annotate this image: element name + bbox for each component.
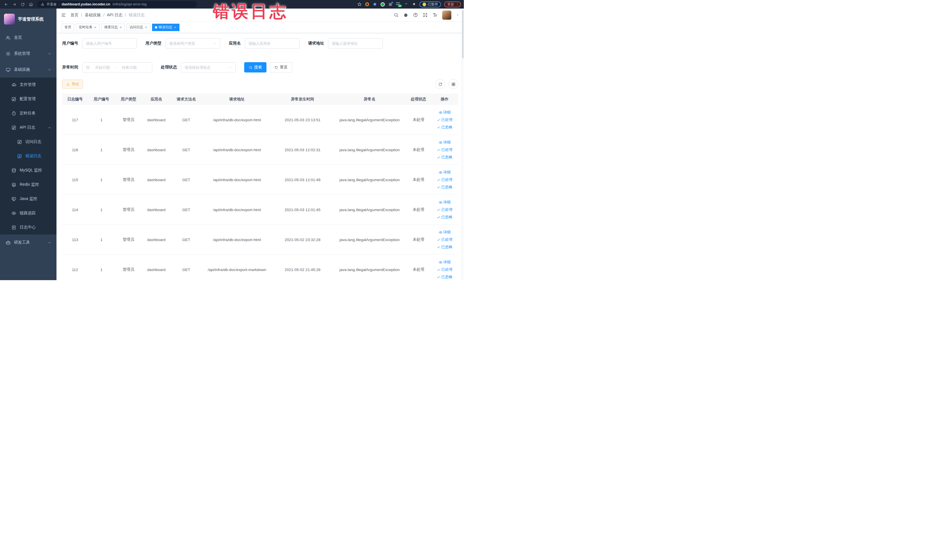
- action-processed[interactable]: 已处理: [437, 267, 452, 272]
- extension-puzzle-icon[interactable]: [412, 2, 416, 6]
- action-detail[interactable]: 详细: [439, 140, 451, 145]
- close-icon[interactable]: [174, 26, 177, 29]
- close-icon[interactable]: [145, 26, 148, 29]
- column-settings-button[interactable]: [449, 79, 458, 89]
- browser-forward-icon[interactable]: [11, 1, 17, 8]
- sidebar-item-error-log[interactable]: 错误日志: [0, 149, 56, 163]
- search-button[interactable]: 搜索: [244, 62, 266, 72]
- exception-time-range-picker[interactable]: -: [82, 62, 152, 72]
- app-logo[interactable]: 芋道管理系统: [0, 9, 56, 30]
- extension-shield-icon[interactable]: [372, 2, 377, 6]
- help-icon[interactable]: [413, 12, 418, 17]
- sidebar-item-file[interactable]: 文件管理: [0, 78, 56, 92]
- start-date-input[interactable]: [92, 65, 113, 70]
- user-type-select-field[interactable]: [169, 41, 211, 46]
- sidebar-item-mysql[interactable]: MySQL 监控: [0, 163, 56, 177]
- tab-access-log[interactable]: 访问日志: [127, 24, 150, 31]
- export-button[interactable]: 导出: [62, 79, 83, 89]
- sidebar-item-redis[interactable]: Redis 监控: [0, 177, 56, 192]
- action-detail[interactable]: 详细: [439, 110, 451, 115]
- user-id-input-field[interactable]: [86, 41, 133, 46]
- app-title: 芋道管理系统: [18, 17, 44, 22]
- extension-leaf-icon[interactable]: [404, 2, 409, 6]
- chevron-down-icon[interactable]: [456, 14, 459, 17]
- app-name-input[interactable]: [245, 38, 299, 49]
- sidebar-item-dev-tool[interactable]: 研发工具: [0, 235, 56, 250]
- sidebar-item-access-log[interactable]: 访问日志: [0, 135, 56, 149]
- request-url-input[interactable]: [328, 38, 383, 49]
- browser-reload-icon[interactable]: [20, 1, 26, 8]
- action-detail[interactable]: 详细: [439, 259, 451, 265]
- action-processed[interactable]: 已处理: [437, 207, 452, 212]
- request-url-input-field[interactable]: [332, 41, 379, 46]
- font-size-icon[interactable]: [432, 12, 437, 17]
- page-scrollbar[interactable]: [462, 9, 464, 280]
- breadcrumb-item[interactable]: 基础设施: [85, 12, 101, 18]
- scrollbar-thumb[interactable]: [462, 10, 464, 58]
- close-icon[interactable]: [94, 26, 97, 29]
- cell-log-id: 112: [62, 268, 88, 272]
- github-icon[interactable]: [403, 12, 408, 17]
- avatar[interactable]: [442, 11, 451, 20]
- extension-orange-ring-icon[interactable]: [365, 2, 369, 6]
- search-icon[interactable]: [394, 12, 398, 17]
- filter-user-type: 用户类型: [145, 38, 220, 49]
- sidebar-item-home[interactable]: 首页: [0, 30, 56, 46]
- tab-job-log[interactable]: 调度日志: [101, 24, 125, 31]
- sidebar-item-api-log[interactable]: API 日志: [0, 121, 56, 135]
- people-icon: [6, 35, 11, 40]
- view-detail-icon: [439, 111, 443, 114]
- sidebar-item-java[interactable]: Java 监控: [0, 192, 56, 206]
- check-icon: [437, 275, 441, 279]
- app-name-input-field[interactable]: [249, 41, 296, 46]
- process-status-select-field[interactable]: [185, 65, 226, 70]
- refresh-button[interactable]: [435, 79, 445, 89]
- action-detail[interactable]: 详细: [439, 170, 451, 175]
- action-detail[interactable]: 详细: [439, 230, 451, 235]
- action-ignored[interactable]: 已忽略: [437, 215, 452, 220]
- browser-menu-kebab-icon[interactable]: [456, 3, 459, 6]
- browser-back-icon[interactable]: [3, 1, 9, 8]
- profile-paused-badge[interactable]: 已暂停: [419, 2, 441, 8]
- action-ignored[interactable]: 已忽略: [437, 244, 452, 250]
- action-ignored[interactable]: 已忽略: [437, 275, 452, 279]
- fullscreen-icon[interactable]: [423, 12, 427, 17]
- sidebar-item-config[interactable]: 配置管理: [0, 92, 56, 106]
- process-status-select[interactable]: [181, 62, 236, 72]
- extension-grid-icon[interactable]: [388, 2, 392, 6]
- sidebar-item-infra[interactable]: 基础设施: [0, 62, 56, 78]
- sidebar-item-job[interactable]: 定时任务: [0, 106, 56, 121]
- action-ignored[interactable]: 已忽略: [437, 125, 452, 130]
- sidebar-item-trace[interactable]: 链路追踪: [0, 206, 56, 220]
- reset-button[interactable]: 重置: [270, 62, 292, 72]
- breadcrumb-item[interactable]: 首页: [70, 12, 78, 18]
- user-type-select[interactable]: [165, 38, 220, 49]
- sidebar-item-log-center[interactable]: 日志中心: [0, 220, 56, 235]
- extension-onoff-icon[interactable]: on: [396, 2, 401, 6]
- action-processed[interactable]: 已处理: [437, 237, 452, 242]
- cell-exception-name: java.lang.IllegalArgumentException: [333, 148, 406, 152]
- tab-error-log[interactable]: 错误日志: [152, 24, 179, 31]
- action-detail[interactable]: 详细: [439, 200, 451, 205]
- hamburger-icon[interactable]: [61, 12, 66, 18]
- table-body: 1171管理员dashboardGET/api/infra/db-doc/exp…: [62, 105, 458, 280]
- breadcrumb-item[interactable]: API 日志: [107, 12, 122, 18]
- extension-green-circle-icon[interactable]: [380, 2, 385, 6]
- end-date-input[interactable]: [118, 65, 140, 70]
- chrome-update-button[interactable]: 更新: [444, 2, 461, 8]
- tab-job[interactable]: 定时任务: [76, 24, 99, 31]
- tab-home[interactable]: 首页: [62, 24, 74, 31]
- bookmark-star-icon[interactable]: [357, 2, 362, 6]
- action-processed[interactable]: 已处理: [437, 177, 452, 182]
- action-processed[interactable]: 已处理: [437, 147, 452, 153]
- close-icon[interactable]: [119, 26, 122, 29]
- cell-log-id: 113: [62, 238, 88, 242]
- action-ignored[interactable]: 已忽略: [437, 185, 452, 190]
- action-ignored[interactable]: 已忽略: [437, 155, 452, 160]
- user-id-input[interactable]: [82, 38, 137, 49]
- table-row: 1141管理员dashboardGET/api/infra/db-doc/exp…: [62, 195, 458, 225]
- address-bar[interactable]: 不安全 dashboard.yudao.iocoder.cn/infra/log…: [37, 1, 197, 8]
- action-processed[interactable]: 已处理: [437, 117, 452, 122]
- sidebar-item-system[interactable]: 系统管理: [0, 46, 56, 62]
- browser-home-icon[interactable]: [27, 1, 34, 8]
